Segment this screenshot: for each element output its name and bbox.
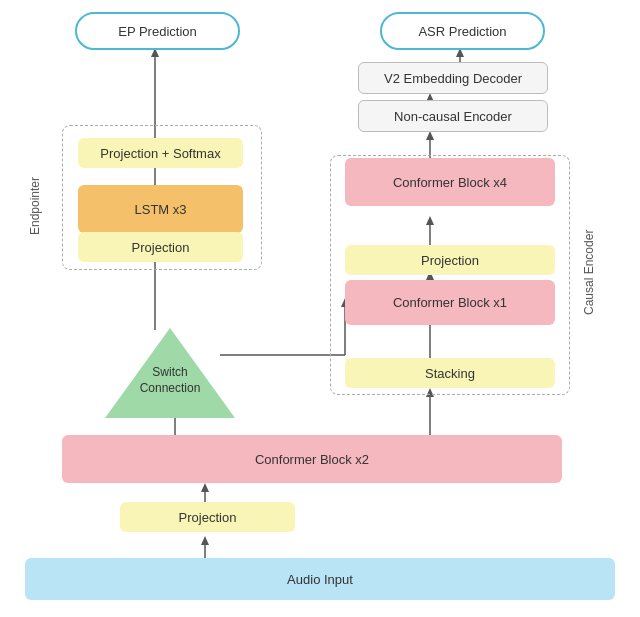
svg-marker-24 [426,131,434,140]
causal-encoder-label: Causal Encoder [582,195,596,315]
audio-input-label: Audio Input [287,572,353,587]
svg-marker-1 [201,536,209,545]
projection-ep-label: Projection [132,240,190,255]
non-causal-label: Non-causal Encoder [394,109,512,124]
projection-bottom-box: Projection [120,502,295,532]
svg-marker-3 [201,483,209,492]
switch-connection-label: SwitchConnection [120,365,220,396]
projection-bottom-label: Projection [179,510,237,525]
audio-input-box: Audio Input [25,558,615,600]
conformer-x2-label: Conformer Block x2 [255,452,369,467]
projection-causal-box: Projection [345,245,555,275]
projection-causal-label: Projection [421,253,479,268]
projection-softmax-label: Projection + Softmax [100,146,220,161]
conformer-x4-box: Conformer Block x4 [345,158,555,206]
conformer-x2-box: Conformer Block x2 [62,435,562,483]
asr-prediction-label: ASR Prediction [418,24,506,39]
projection-ep-box: Projection [78,232,243,262]
lstm-label: LSTM x3 [134,202,186,217]
v2-embedding-label: V2 Embedding Decoder [384,71,522,86]
conformer-x1-label: Conformer Block x1 [393,295,507,310]
conformer-x1-box: Conformer Block x1 [345,280,555,325]
non-causal-box: Non-causal Encoder [358,100,548,132]
asr-prediction-box: ASR Prediction [380,12,545,50]
conformer-x4-label: Conformer Block x4 [393,175,507,190]
diagram: EP Prediction ASR Prediction V2 Embeddin… [0,0,640,617]
endpointer-label: Endpointer [28,155,42,235]
switch-connection-container: SwitchConnection [105,325,235,420]
ep-prediction-label: EP Prediction [118,24,197,39]
projection-softmax-box: Projection + Softmax [78,138,243,168]
stacking-label: Stacking [425,366,475,381]
stacking-box: Stacking [345,358,555,388]
ep-prediction-box: EP Prediction [75,12,240,50]
v2-embedding-box: V2 Embedding Decoder [358,62,548,94]
lstm-box: LSTM x3 [78,185,243,233]
